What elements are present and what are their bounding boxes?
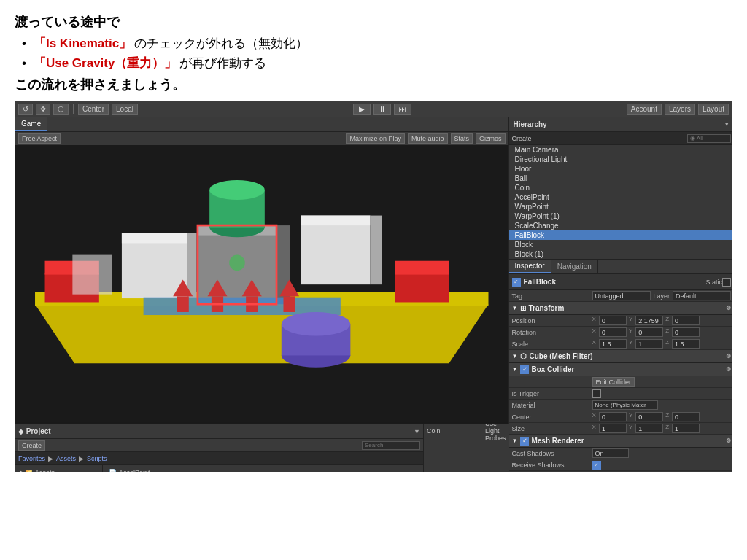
- center-y[interactable]: 0: [635, 412, 663, 421]
- pf-accelpoint[interactable]: 📄 AccelPoint: [106, 468, 420, 472]
- object-active-checkbox[interactable]: ✓: [512, 278, 521, 287]
- meshrenderer-section[interactable]: ▼ ✓ Mesh Renderer ⚙: [509, 435, 732, 448]
- hierarchy-search-input[interactable]: [687, 134, 731, 143]
- rotation-label: Rotation: [512, 329, 592, 336]
- toolbar-local-btn[interactable]: Local: [112, 104, 138, 115]
- tag-label: Tag: [512, 292, 592, 300]
- create-btn[interactable]: Create: [18, 440, 45, 451]
- x-label-size: X: [592, 424, 596, 433]
- scale-z[interactable]: 1.5: [672, 339, 700, 349]
- static-label: Static: [706, 279, 723, 286]
- play-button[interactable]: ▶: [353, 104, 371, 115]
- inspector-tag-row: Tag Untagged Layer Default: [509, 290, 732, 302]
- is-trigger-checkbox[interactable]: [592, 389, 601, 398]
- step-button[interactable]: ⏭: [394, 104, 411, 115]
- rot-z[interactable]: 0: [672, 327, 700, 337]
- mute-audio-btn[interactable]: Mute audio: [408, 133, 448, 144]
- h-coin[interactable]: Coin: [509, 183, 732, 192]
- toolbar-move-btn[interactable]: ✥: [36, 104, 50, 115]
- size-x[interactable]: 1: [599, 424, 627, 433]
- size-z[interactable]: 1: [672, 424, 700, 433]
- svg-point-30: [282, 312, 351, 335]
- meshfilter-gear-icon[interactable]: ⚙: [726, 353, 731, 359]
- receive-shadows-checkbox[interactable]: ✓: [592, 461, 601, 470]
- favorites-link[interactable]: Favorites: [18, 455, 45, 462]
- scripts-link[interactable]: Scripts: [87, 455, 107, 462]
- free-aspect-btn[interactable]: Free Aspect: [18, 133, 61, 144]
- stats-btn[interactable]: Stats: [451, 133, 473, 144]
- meshrenderer-active[interactable]: ✓: [520, 437, 529, 446]
- line1-text: 渡っている途中で: [15, 13, 732, 31]
- boxcollider-active[interactable]: ✓: [520, 365, 529, 374]
- edit-collider-button[interactable]: Edit Collider: [592, 377, 635, 387]
- svg-rect-11: [122, 233, 187, 244]
- h-block[interactable]: Block: [509, 240, 732, 249]
- bullet2: 「Use Gravity（重力）」 が再び作動する: [22, 55, 732, 71]
- inspector-bottom-extra: Coin Use Light Probes: [424, 424, 509, 472]
- center-z[interactable]: 0: [672, 412, 700, 421]
- meshrenderer-gear-icon[interactable]: ⚙: [726, 438, 731, 444]
- transform-gear-icon[interactable]: ⚙: [726, 305, 731, 311]
- boxcollider-section[interactable]: ▼ ✓ Box Collider ⚙: [509, 363, 732, 376]
- meshfilter-triangle: ▼: [512, 353, 518, 359]
- bullet2-mid: が再び作動する: [179, 55, 266, 71]
- boxcollider-gear-icon[interactable]: ⚙: [726, 366, 731, 373]
- size-y[interactable]: 1: [635, 424, 663, 433]
- gizmos-btn[interactable]: Gizmos: [476, 133, 506, 144]
- toolbar-rotate-btn[interactable]: ↺: [18, 104, 33, 115]
- project-tree: ▶📁 Assets 📁 Images 📁 Materials: [15, 465, 103, 472]
- toolbar-playcontrols: ▶ ⏸ ⏭: [141, 104, 624, 115]
- tab-inspector[interactable]: Inspector: [509, 260, 551, 273]
- scale-x[interactable]: 1.5: [599, 339, 627, 349]
- maximize-on-play-btn[interactable]: Maximize on Play: [346, 133, 405, 144]
- layout-btn[interactable]: Layout: [698, 104, 729, 115]
- receive-shadows-label: Receive Shadows: [512, 462, 592, 469]
- h-warppoint[interactable]: WarpPoint: [509, 202, 732, 211]
- center-x[interactable]: 0: [599, 412, 627, 421]
- project-breadcrumb: Favorites ▶ Assets ▶ Scripts: [15, 452, 423, 465]
- layer-dropdown[interactable]: Default: [673, 291, 731, 300]
- hierarchy-options-icon: ▼: [724, 121, 729, 128]
- edit-collider-btn[interactable]: Edit Collider: [592, 377, 732, 387]
- tag-dropdown[interactable]: Untagged: [592, 291, 651, 300]
- svg-rect-13: [301, 216, 371, 285]
- rot-y[interactable]: 0: [635, 327, 663, 337]
- layers-btn[interactable]: Layers: [665, 104, 695, 115]
- h-warppoint1[interactable]: WarpPoint (1): [509, 211, 732, 221]
- meshfilter-section[interactable]: ▼ ⬡ Cube (Mesh Filter) ⚙: [509, 350, 732, 363]
- h-main-camera[interactable]: Main Camera: [509, 145, 732, 155]
- account-btn[interactable]: Account: [627, 104, 662, 115]
- hierarchy-create-btn[interactable]: Create: [512, 135, 532, 142]
- assets-link[interactable]: Assets: [56, 455, 76, 462]
- y-label-center: Y: [629, 412, 632, 421]
- scale-y[interactable]: 1: [635, 339, 663, 349]
- h-directional-light[interactable]: Directional Light: [509, 155, 732, 164]
- pos-y[interactable]: 2.1759: [635, 316, 663, 325]
- static-checkbox[interactable]: [722, 278, 731, 287]
- pt-assets[interactable]: ▶📁 Assets: [15, 468, 102, 472]
- project-search-input[interactable]: [362, 441, 420, 450]
- material-dropdown[interactable]: None (Physic Mater: [592, 400, 658, 410]
- h-scalechange[interactable]: ScaleChange: [509, 221, 732, 230]
- toolbar-scale-btn[interactable]: ⬡: [53, 104, 69, 115]
- rot-x[interactable]: 0: [599, 327, 627, 337]
- hierarchy-list: Main Camera Directional Light Floor Ball…: [509, 145, 732, 259]
- game-scene-svg: [15, 145, 508, 424]
- transform-section[interactable]: ▼ ⊞ Transform ⚙: [509, 302, 732, 315]
- pos-z[interactable]: 0: [672, 316, 700, 325]
- boxcollider-triangle: ▼: [512, 366, 518, 373]
- h-floor[interactable]: Floor: [509, 164, 732, 174]
- h-ball[interactable]: Ball: [509, 174, 732, 183]
- h-fallblock[interactable]: FallBlock: [509, 230, 732, 240]
- transform-label: Transform: [528, 304, 564, 312]
- pos-x[interactable]: 0: [599, 316, 627, 325]
- game-tab[interactable]: Game: [15, 117, 47, 131]
- h-accelpoint[interactable]: AccelPoint: [509, 192, 732, 202]
- project-toolbar: ◆ Project ▼: [15, 424, 423, 439]
- tab-navigation[interactable]: Navigation: [551, 260, 598, 273]
- cast-shadows-dropdown[interactable]: On: [592, 448, 629, 458]
- h-block1[interactable]: Block (1): [509, 249, 732, 259]
- toolbar-pivot-btn[interactable]: Center: [78, 104, 109, 115]
- pause-button[interactable]: ⏸: [374, 104, 391, 115]
- transform-triangle: ▼: [512, 305, 518, 311]
